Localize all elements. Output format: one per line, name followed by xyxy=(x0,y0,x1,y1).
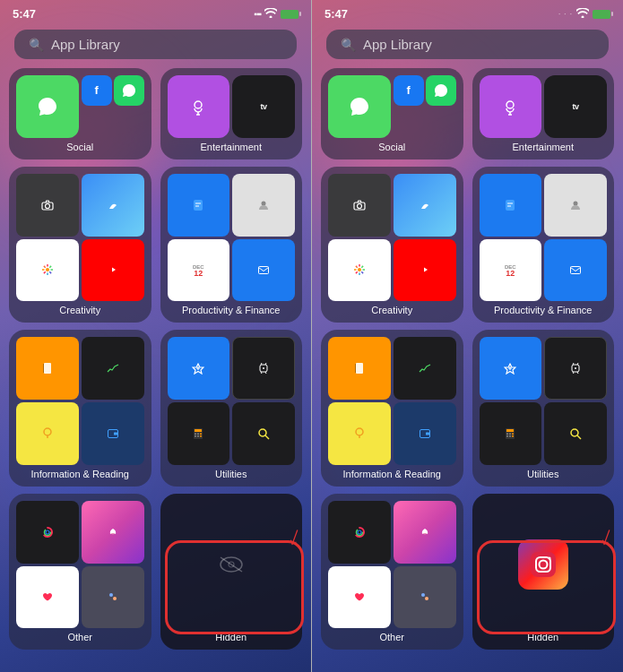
svg-line-11 xyxy=(49,272,51,274)
app-facebook-right[interactable]: f xyxy=(394,75,424,106)
status-icons-left: ▪▪▪ xyxy=(254,7,299,21)
svg-rect-63 xyxy=(571,266,581,273)
productivity-folder-right[interactable]: DEC 12 Productivity & Finance xyxy=(472,167,615,323)
svg-point-94 xyxy=(548,557,550,560)
app-freeform-left[interactable] xyxy=(82,174,144,237)
svg-rect-81 xyxy=(506,435,508,437)
app-files-left[interactable] xyxy=(168,174,230,237)
app-youtube-right[interactable] xyxy=(394,239,456,302)
app-podcasts-left[interactable] xyxy=(168,75,230,138)
app-monarch-right[interactable] xyxy=(394,501,456,564)
app-books-right[interactable] xyxy=(328,337,391,400)
entertainment-folder-left[interactable]: tv Entertainment xyxy=(160,68,303,159)
app-health-right[interactable] xyxy=(328,566,391,629)
app-appstore-left[interactable] xyxy=(168,337,230,400)
svg-point-5 xyxy=(46,268,49,271)
app-watch-left[interactable] xyxy=(232,337,295,400)
time-left: 5:47 xyxy=(13,7,36,21)
row4-right: Other xyxy=(312,494,623,658)
productivity-label-right: Productivity & Finance xyxy=(480,305,608,315)
app-instagram-right[interactable] xyxy=(518,539,568,590)
entertainment-folder-right[interactable]: tv Entertainment xyxy=(472,68,615,159)
app-appstore-right[interactable] xyxy=(480,337,542,400)
productivity-folder-left[interactable]: DEC 12 Productivity & Finance xyxy=(160,167,303,323)
app-youtube-left[interactable] xyxy=(82,239,144,302)
app-freeform-right[interactable] xyxy=(394,174,456,237)
app-magnifier-left[interactable] xyxy=(232,402,295,465)
app-files-right[interactable] xyxy=(480,174,542,237)
app-camera-left[interactable] xyxy=(16,174,79,237)
app-stocks-left[interactable] xyxy=(82,337,144,400)
app-facebook-left[interactable]: f xyxy=(82,75,112,106)
creativity-label-left: Creativity xyxy=(16,305,144,315)
other-folder-left[interactable]: Other xyxy=(9,494,151,650)
utilities-folder-left[interactable]: Utilities xyxy=(160,330,303,487)
app-messages-right[interactable] xyxy=(328,75,391,138)
svg-line-60 xyxy=(356,272,358,274)
search-placeholder-left: App Library xyxy=(51,37,120,52)
social-folder-left[interactable]: f Social xyxy=(9,68,151,159)
svg-rect-14 xyxy=(194,200,203,211)
app-books-left[interactable] xyxy=(16,337,79,400)
app-activity-right[interactable] xyxy=(328,501,391,564)
app-magnifier-right[interactable] xyxy=(544,402,607,465)
svg-rect-65 xyxy=(355,364,356,373)
time-right: 5:47 xyxy=(324,7,348,21)
app-contacts-right[interactable] xyxy=(544,174,607,237)
utilities-folder-right[interactable]: Utilities xyxy=(472,330,615,487)
info-folder-left[interactable]: Information & Reading xyxy=(9,330,151,487)
hidden-eye-icon-left xyxy=(219,556,244,573)
app-whatsapp-right[interactable] xyxy=(426,75,456,106)
row1-right: f Social tv Entertainment xyxy=(312,68,623,167)
app-tips-right[interactable] xyxy=(328,402,391,465)
svg-point-4 xyxy=(45,203,49,208)
app-other-misc-right[interactable] xyxy=(394,566,456,629)
other-folder-right[interactable]: Other xyxy=(321,494,463,650)
app-messages-left[interactable] xyxy=(16,75,79,138)
svg-point-88 xyxy=(358,530,361,534)
svg-rect-83 xyxy=(512,435,514,437)
creativity-folder-left[interactable]: Creativity xyxy=(9,167,151,323)
info-folder-right[interactable]: Information & Reading xyxy=(321,330,463,487)
app-monarch-left[interactable] xyxy=(82,501,144,564)
app-photos-right[interactable] xyxy=(328,239,391,302)
app-appletv-left[interactable]: tv xyxy=(232,75,295,138)
creativity-folder-right[interactable]: Creativity xyxy=(321,167,463,323)
status-icons-right: · · · xyxy=(558,7,610,21)
app-calendar-right[interactable]: DEC 12 xyxy=(480,239,542,302)
app-podcasts-right[interactable] xyxy=(480,75,542,138)
app-wallet-left[interactable] xyxy=(82,402,144,465)
app-appletv-right[interactable]: tv xyxy=(544,75,607,138)
entertainment-label-left: Entertainment xyxy=(168,142,296,152)
app-calendar-left[interactable]: DEC 12 xyxy=(168,239,230,302)
app-calculator-left[interactable] xyxy=(168,402,230,465)
app-tips-left[interactable] xyxy=(16,402,79,465)
svg-line-12 xyxy=(49,266,51,268)
app-watch-right[interactable] xyxy=(544,337,607,400)
app-activity-left[interactable] xyxy=(16,501,79,564)
app-other-misc-left[interactable] xyxy=(82,566,144,629)
entertainment-label-right: Entertainment xyxy=(480,142,608,152)
app-health-left[interactable] xyxy=(16,566,79,629)
social-folder-right[interactable]: f Social xyxy=(321,68,463,159)
app-calculator-right[interactable] xyxy=(480,402,542,465)
svg-rect-16 xyxy=(259,266,269,273)
svg-rect-33 xyxy=(200,433,202,435)
svg-rect-61 xyxy=(506,200,515,211)
app-mail-right[interactable] xyxy=(544,239,607,302)
app-wallet-right[interactable] xyxy=(394,402,456,465)
svg-line-10 xyxy=(44,266,46,268)
app-mail-left[interactable] xyxy=(232,239,295,302)
social-label-left: Social xyxy=(16,142,144,152)
row3-left: Information & Reading Utilities xyxy=(0,330,311,494)
hidden-folder-right[interactable]: Hidden xyxy=(472,494,615,650)
info-label-left: Information & Reading xyxy=(16,469,144,479)
app-stocks-right[interactable] xyxy=(394,337,456,400)
app-contacts-left[interactable] xyxy=(232,174,295,237)
app-whatsapp-left[interactable] xyxy=(114,75,144,106)
app-photos-left[interactable] xyxy=(16,239,79,302)
search-bar-left[interactable]: 🔍 App Library xyxy=(14,30,297,59)
search-bar-right[interactable]: 🔍 App Library xyxy=(326,30,609,59)
app-camera-right[interactable] xyxy=(328,174,391,237)
hidden-folder-left[interactable]: Hidden xyxy=(160,494,303,650)
